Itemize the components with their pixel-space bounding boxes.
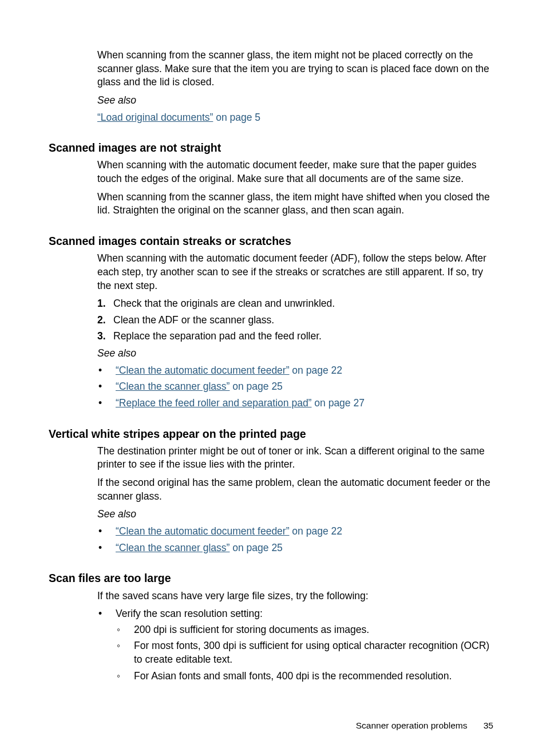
step-number: 1. (97, 297, 113, 311)
intro-block: When scanning from the scanner glass, th… (97, 49, 493, 124)
section-heading: Scanned images are not straight (49, 140, 493, 155)
list-item: ◦For most fonts, 300 dpi is sufficient f… (116, 639, 493, 666)
list-item: ◦200 dpi is sufficient for storing docum… (116, 623, 493, 637)
section-streaks-scratches: Scanned images contain streaks or scratc… (49, 233, 493, 410)
link-page-ref: on page 22 (290, 525, 342, 537)
ordered-steps: 1.Check that the originals are clean and… (97, 297, 493, 343)
link-page-ref: on page 5 (213, 112, 260, 123)
list-item: 1.Check that the originals are clean and… (97, 297, 493, 311)
link-page-ref: on page 25 (230, 381, 282, 392)
intro-link-row: “Load original documents” on page 5 (97, 111, 493, 125)
bullet-icon: • (97, 397, 116, 410)
replace-feed-roller-link[interactable]: “Replace the feed roller and separation … (116, 397, 311, 409)
bullet-icon: • (97, 380, 116, 394)
bullet-icon: • (97, 525, 116, 539)
section-heading: Vertical white stripes appear on the pri… (49, 426, 493, 441)
section-paragraph: If the second original has the same prob… (97, 476, 493, 503)
section-paragraph: When scanning with the automatic documen… (97, 159, 493, 185)
see-also-label: See also (97, 94, 493, 108)
page: When scanning from the scanner glass, th… (0, 0, 546, 756)
tip-text: Verify the scan resolution setting: (116, 607, 493, 621)
list-item: • Verify the scan resolution setting: ◦2… (97, 607, 493, 686)
sub-tips: ◦200 dpi is sufficient for storing docum… (116, 623, 493, 683)
subtip-text: For Asian fonts and small fonts, 400 dpi… (134, 670, 452, 683)
list-item: •“Clean the automatic document feeder” o… (97, 525, 493, 539)
subtip-text: 200 dpi is sufficient for storing docume… (134, 623, 369, 637)
page-footer: Scanner operation problems 35 (356, 720, 493, 732)
section-scanned-images-not-straight: Scanned images are not straight When sca… (49, 140, 493, 217)
step-number: 2. (97, 314, 113, 327)
list-item: ◦For Asian fonts and small fonts, 400 dp… (116, 670, 493, 683)
step-text: Replace the separation pad and the feed … (113, 330, 322, 343)
see-also-label: See also (97, 508, 493, 521)
see-also-links: •“Clean the automatic document feeder” o… (97, 525, 493, 555)
link-page-ref: on page 27 (311, 397, 364, 409)
load-original-documents-link[interactable]: “Load original documents” (97, 112, 213, 123)
clean-adf-link[interactable]: “Clean the automatic document feeder” (116, 525, 290, 537)
list-item: •“Clean the automatic document feeder” o… (97, 364, 493, 378)
step-text: Check that the originals are clean and u… (113, 297, 335, 311)
subtip-text: For most fonts, 300 dpi is sufficient fo… (134, 639, 493, 666)
footer-section-name: Scanner operation problems (356, 721, 468, 730)
link-page-ref: on page 22 (290, 365, 342, 376)
bullet-icon: • (97, 541, 116, 555)
section-heading: Scanned images contain streaks or scratc… (49, 233, 493, 248)
section-paragraph: The destination printer might be out of … (97, 445, 493, 472)
section-paragraph: When scanning from the scanner glass, th… (97, 191, 493, 217)
step-text: Clean the ADF or the scanner glass. (113, 314, 274, 327)
list-item: •“Clean the scanner glass” on page 25 (97, 380, 493, 394)
bullet-icon: • (97, 607, 116, 686)
clean-scanner-glass-link[interactable]: “Clean the scanner glass” (116, 542, 230, 553)
clean-scanner-glass-link[interactable]: “Clean the scanner glass” (116, 381, 230, 392)
intro-paragraph: When scanning from the scanner glass, th… (97, 49, 493, 89)
section-paragraph: When scanning with the automatic documen… (97, 252, 493, 292)
clean-adf-link[interactable]: “Clean the automatic document feeder” (116, 365, 290, 376)
see-also-label: See also (97, 347, 493, 361)
list-item: 3.Replace the separation pad and the fee… (97, 330, 493, 343)
section-heading: Scan files are too large (49, 571, 493, 585)
tips-list: • Verify the scan resolution setting: ◦2… (97, 607, 493, 686)
bullet-icon: • (97, 364, 116, 378)
list-item: •“Clean the scanner glass” on page 25 (97, 541, 493, 555)
ring-bullet-icon: ◦ (116, 639, 134, 666)
list-item: •“Replace the feed roller and separation… (97, 397, 493, 410)
list-item: 2.Clean the ADF or the scanner glass. (97, 314, 493, 327)
ring-bullet-icon: ◦ (116, 623, 134, 637)
page-number: 35 (484, 721, 493, 730)
link-page-ref: on page 25 (230, 542, 282, 553)
see-also-links: •“Clean the automatic document feeder” o… (97, 364, 493, 410)
section-paragraph: If the saved scans have very large file … (97, 589, 493, 603)
section-vertical-white-stripes: Vertical white stripes appear on the pri… (49, 426, 493, 555)
step-number: 3. (97, 330, 113, 343)
section-scan-files-too-large: Scan files are too large If the saved sc… (49, 571, 493, 686)
ring-bullet-icon: ◦ (116, 670, 134, 683)
